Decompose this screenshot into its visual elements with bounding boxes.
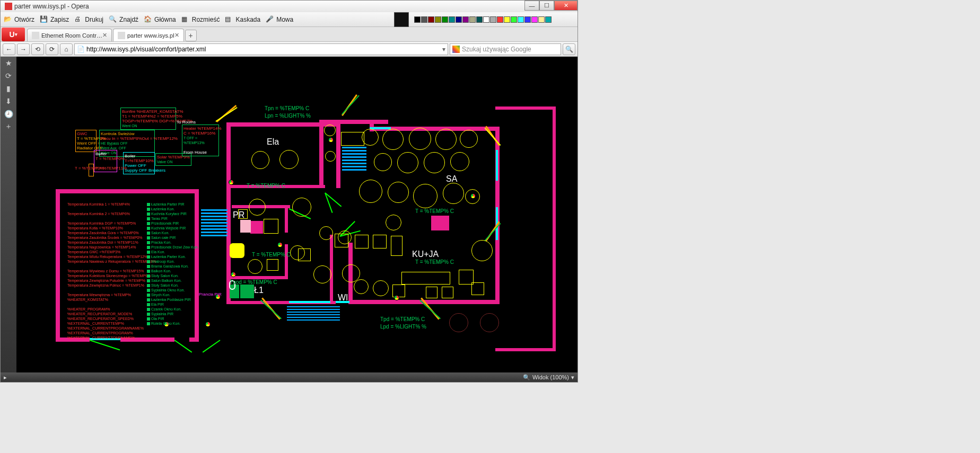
light-off[interactable] (449, 313, 468, 332)
light[interactable] (435, 129, 457, 150)
switch[interactable] (471, 282, 484, 295)
opera-menu-button[interactable]: U▾ (2, 28, 25, 41)
light[interactable] (279, 150, 299, 169)
swatch[interactable] (524, 16, 531, 23)
light[interactable] (354, 279, 369, 294)
swatch[interactable] (545, 16, 552, 23)
bookmarks-icon[interactable]: ★ (4, 59, 13, 67)
light[interactable] (359, 180, 382, 203)
light[interactable] (251, 151, 269, 169)
light[interactable] (249, 199, 266, 216)
switch[interactable] (264, 219, 278, 234)
tab-ethernet[interactable]: Ethernet Room Control... ✕ (27, 29, 112, 41)
light[interactable] (319, 226, 333, 240)
sensor-dot[interactable] (328, 137, 334, 143)
swatch[interactable] (490, 16, 496, 23)
print-button[interactable]: 🖨Drukuj (74, 15, 103, 24)
swatch[interactable] (435, 16, 441, 23)
light[interactable] (325, 151, 336, 162)
speech-button[interactable]: 🎤Mowa (266, 15, 293, 24)
home-nav-button[interactable]: ⌂ (60, 43, 73, 55)
counter[interactable] (401, 272, 450, 285)
close-tab-button[interactable]: ✕ (102, 32, 107, 39)
swatch[interactable] (414, 16, 421, 23)
open-button[interactable]: 📂Otwórz (4, 15, 34, 24)
swatch[interactable] (531, 16, 538, 23)
light[interactable] (409, 128, 431, 150)
notes-icon[interactable]: ▮ (4, 84, 13, 93)
find-button[interactable]: 🔍Znajdź (109, 15, 138, 24)
swatch[interactable] (442, 16, 448, 23)
dropdown-icon[interactable]: ▾ (442, 46, 445, 53)
panel-toggle-icon[interactable]: ▸ (4, 374, 7, 381)
swatch[interactable] (483, 16, 489, 23)
swatch[interactable] (462, 16, 469, 23)
swatch[interactable] (428, 16, 434, 23)
forward-button[interactable]: → (17, 43, 30, 55)
swatch[interactable] (449, 16, 455, 23)
switch[interactable] (426, 287, 438, 298)
search-go-button[interactable]: 🔍 (563, 43, 575, 55)
add-panel-icon[interactable]: ＋ (4, 122, 13, 131)
sensor-dot[interactable] (277, 242, 283, 247)
swatch[interactable] (421, 16, 427, 23)
current-swatch[interactable] (394, 12, 409, 27)
light[interactable] (471, 240, 493, 261)
light[interactable] (373, 280, 389, 296)
cascade-button[interactable]: ▤Kaskada (225, 15, 260, 24)
light[interactable] (374, 153, 392, 171)
sensor-dot[interactable] (231, 272, 236, 277)
swatch[interactable] (538, 16, 545, 23)
back-button[interactable]: ← (3, 43, 15, 55)
light-on[interactable] (230, 243, 244, 258)
switch[interactable] (355, 235, 369, 248)
light[interactable] (443, 183, 464, 204)
downloads-icon[interactable]: ⬇ (4, 97, 13, 105)
swatch[interactable] (469, 16, 476, 23)
light[interactable] (382, 129, 404, 150)
maximize-button[interactable]: ☐ (539, 1, 554, 11)
light[interactable] (248, 259, 262, 274)
light[interactable] (413, 184, 438, 208)
light[interactable] (313, 265, 331, 283)
light[interactable] (450, 152, 469, 171)
switch[interactable] (267, 259, 278, 271)
swatch[interactable] (497, 16, 503, 23)
swatch[interactable] (504, 16, 510, 23)
close-button[interactable]: ✕ (554, 1, 578, 11)
history-icon[interactable]: 🕘 (4, 110, 13, 118)
url-input[interactable]: 📄 http://www.isys.pl/visual/comfort/part… (74, 43, 448, 55)
light[interactable] (292, 198, 311, 217)
switch[interactable] (335, 234, 348, 247)
switch[interactable] (442, 287, 453, 298)
home-button[interactable]: 🏠Główna (144, 15, 176, 24)
widgets-icon[interactable]: ⟳ (4, 72, 13, 80)
light[interactable] (424, 152, 445, 173)
light-off[interactable] (480, 313, 499, 332)
light[interactable] (397, 152, 418, 173)
close-tab-button[interactable]: ✕ (174, 32, 179, 39)
reload-button[interactable]: ⟳ (46, 43, 58, 55)
search-input[interactable]: Szukaj używając Google (450, 43, 561, 55)
light[interactable] (388, 182, 409, 203)
swatch[interactable] (456, 16, 462, 23)
sensor-dot[interactable] (470, 193, 476, 199)
sensor-dot[interactable] (205, 322, 211, 327)
light[interactable] (460, 130, 478, 148)
switch[interactable] (391, 236, 402, 256)
sensor-dot[interactable] (229, 180, 234, 185)
dropdown-icon[interactable]: ▾ (571, 374, 574, 381)
tile-button[interactable]: ▦Rozmieść (181, 15, 220, 24)
switch[interactable] (298, 248, 311, 261)
switch[interactable] (341, 132, 364, 146)
minimize-button[interactable]: — (524, 1, 539, 11)
light[interactable] (324, 125, 336, 136)
swatch[interactable] (476, 16, 483, 23)
switch[interactable] (373, 235, 387, 248)
light[interactable] (386, 215, 401, 230)
zoom-control[interactable]: 🔍 Widok (100%) ▾ (523, 374, 574, 381)
save-button[interactable]: 💾Zapisz (40, 15, 69, 24)
swatch[interactable] (511, 16, 517, 23)
new-tab-button[interactable]: + (185, 30, 197, 41)
tab-parter[interactable]: parter www.isys.pl ✕ (113, 29, 184, 41)
